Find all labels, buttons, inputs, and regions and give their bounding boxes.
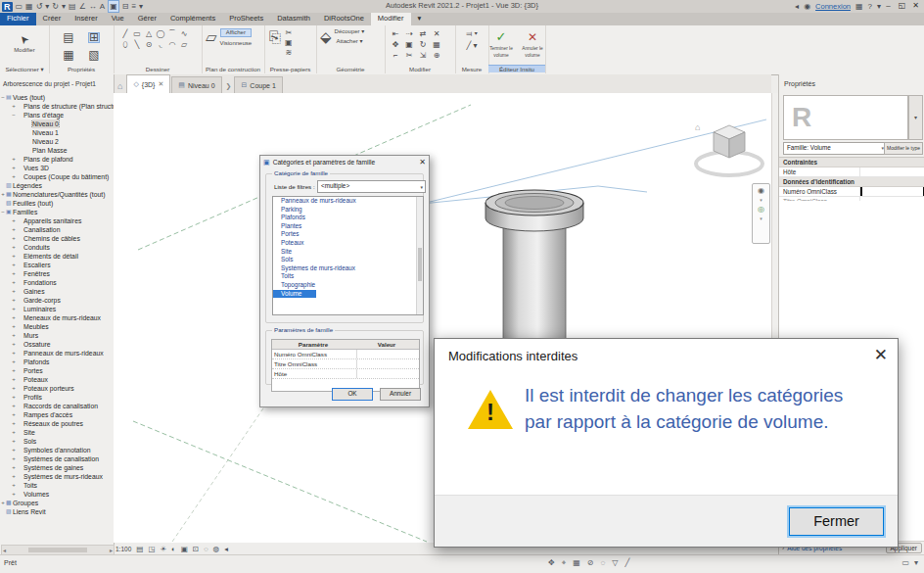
type-selector[interactable]: Famille: Volume ▾ (783, 142, 886, 155)
tree-expander-icon[interactable]: + (11, 393, 17, 402)
family-preview[interactable]: R (783, 95, 908, 140)
family-types-icon[interactable]: ▦ (63, 51, 73, 60)
tree-item[interactable]: ▥ Légendes (0, 181, 114, 190)
tree-expander-icon[interactable]: + (11, 490, 17, 499)
category-item[interactable]: Volume (273, 290, 316, 299)
tree-item[interactable]: + Eléments de détail (0, 252, 114, 261)
tree-expander-icon[interactable]: + (11, 349, 17, 358)
draw-ellipse-icon[interactable]: ⬯ (122, 40, 127, 49)
category-item[interactable]: Parking (273, 206, 423, 215)
select-toggle-icon[interactable]: ╱ (624, 558, 629, 568)
tree-expander-icon[interactable]: + (11, 172, 17, 181)
undo-icon[interactable]: ↺ (36, 1, 43, 12)
search-icon[interactable]: ◂ (795, 1, 799, 12)
tree-expander-icon[interactable]: + (11, 164, 17, 172)
tree-item[interactable]: Niveau 2 (0, 137, 114, 146)
fermer-button[interactable]: Fermer (789, 507, 884, 536)
tree-expander-icon[interactable]: + (11, 155, 17, 164)
worksets-icon[interactable]: ✥ (548, 558, 555, 568)
group-contraintes[interactable]: Contraintes (779, 158, 924, 167)
property-value-editing[interactable] (860, 187, 924, 196)
param-table-row[interactable]: Titre OmniClass (272, 359, 419, 369)
cancel-mass-label[interactable]: Annuler le volume (520, 45, 545, 59)
align-icon[interactable]: ⇤ (393, 29, 399, 38)
category-item[interactable]: Site (273, 248, 423, 257)
tree-item[interactable]: + Gaines (0, 287, 114, 296)
redo-dropdown-icon[interactable]: ▾ (62, 1, 66, 12)
property-value[interactable] (860, 167, 924, 176)
tab-datasmith[interactable]: Datasmith (270, 13, 317, 25)
communication-center-icon[interactable]: ◉ (804, 1, 810, 12)
tab-inserer[interactable]: Insérer (68, 13, 104, 25)
tree-item[interactable]: + Sols (0, 437, 114, 446)
tree-item[interactable]: + Panneaux de murs-rideaux (0, 349, 114, 358)
tree-expander-icon[interactable]: + (11, 322, 17, 331)
tree-item[interactable]: + ▩ Groupes (0, 499, 114, 507)
panel-select-label[interactable]: Sélectionner ▾ (0, 66, 49, 72)
tree-item[interactable]: − Plans d'étage (0, 111, 114, 119)
tree-expander-icon[interactable]: + (11, 358, 17, 366)
tab-fichier[interactable]: Fichier (0, 13, 36, 25)
detail-level-icon[interactable]: ▤ (136, 545, 143, 553)
category-item[interactable]: Systèmes de murs-rideaux (273, 264, 423, 273)
tree-expander-icon[interactable]: + (11, 375, 17, 384)
finish-mass-icon[interactable]: ✓ (496, 29, 507, 44)
tree-item[interactable]: ▧ Feuilles (tout) (0, 199, 114, 208)
join-geometry-button[interactable]: Attacher ▾ (335, 38, 365, 45)
family-parameters-icon[interactable]: ▧ (88, 51, 99, 60)
dialog-close-icon[interactable]: ✕ (419, 158, 426, 167)
tree-item[interactable]: + ▦ Nomenclatures/Quantités (tout) (0, 190, 114, 199)
category-item[interactable]: Poteaux (273, 239, 423, 248)
tree-item[interactable]: + Plans de structure (Plan structure) (0, 102, 114, 111)
measure-icon[interactable]: ∠ (79, 1, 86, 12)
qat-dropdown-icon[interactable]: ▾ (139, 1, 143, 12)
restore-button[interactable]: ◱ (896, 0, 908, 13)
tree-item[interactable]: Niveau 1 (0, 128, 114, 137)
type-selector-dropdown-icon[interactable]: ▾ (908, 95, 923, 140)
cut-geometry-button[interactable]: Découper ▾ (335, 28, 365, 35)
scroll-right-icon[interactable]: ▸ (110, 547, 113, 553)
ok-button[interactable]: OK (332, 388, 373, 401)
tree-item[interactable]: + Toits (0, 481, 114, 490)
cut-icon[interactable]: ✂ (285, 28, 293, 37)
paint-icon[interactable]: ⬙ (320, 28, 332, 45)
tree-expander-icon[interactable]: + (11, 437, 17, 446)
properties-palette-icon[interactable]: ▤ (63, 33, 73, 42)
tree-expander-icon[interactable]: + (11, 340, 17, 349)
draw-line-icon[interactable]: ╱ (123, 29, 128, 38)
aligned-dim-icon[interactable]: ⫤ ▾ (466, 29, 478, 38)
default-3d-view-icon[interactable]: ▣ (108, 0, 119, 13)
tree-expander-icon[interactable]: + (11, 278, 17, 287)
status-dropdown-icon[interactable]: ▾ (914, 558, 918, 567)
offset-icon[interactable]: ⇢ (406, 29, 413, 38)
category-item[interactable]: Plafonds (273, 214, 423, 222)
tree-item[interactable]: + Poteaux porteurs (0, 384, 114, 393)
reveal-hidden-icon[interactable]: ◍ (213, 545, 220, 553)
tree-item[interactable]: + Meubles (0, 322, 114, 331)
steering-wheel-icon[interactable]: ◉ (758, 186, 764, 195)
scale-control[interactable]: 1:100 (116, 546, 131, 552)
background-process-icon[interactable]: ▭ (901, 558, 909, 567)
param-table-row[interactable]: Numéro OmniClass (272, 350, 419, 359)
property-row-omniclass-number[interactable]: Numéro OmniClass (779, 187, 924, 197)
tree-item[interactable]: ▨ Liens Revit (0, 507, 114, 516)
app-store-icon[interactable]: ▦ (855, 1, 863, 12)
scroll-thumb[interactable] (28, 548, 87, 552)
tree-expander-icon[interactable]: + (11, 252, 17, 261)
tree-expander-icon[interactable]: + (11, 331, 17, 340)
tree-expander-icon[interactable]: + (11, 305, 17, 313)
tree-item[interactable]: + Profils (0, 393, 114, 402)
shadows-icon[interactable]: ◐ (171, 545, 176, 553)
copy-element-icon[interactable]: ▣ (405, 40, 413, 49)
tree-expander-icon[interactable]: + (11, 481, 17, 490)
delete-icon[interactable]: ✕ (434, 29, 440, 38)
scale-icon[interactable]: ⇲ (420, 51, 427, 60)
array-icon[interactable]: ▦ (433, 40, 440, 49)
pin-icon[interactable]: ⊕ (434, 51, 440, 60)
modify-button-label[interactable]: Modifier (0, 47, 49, 54)
category-item[interactable]: Topographie (273, 281, 423, 290)
tree-item[interactable]: Niveau 0 (0, 119, 114, 128)
tree-expander-icon[interactable]: + (11, 454, 17, 463)
tree-item[interactable]: + Fondations (0, 278, 114, 287)
tree-item[interactable]: + Chemins de câbles (0, 234, 114, 243)
